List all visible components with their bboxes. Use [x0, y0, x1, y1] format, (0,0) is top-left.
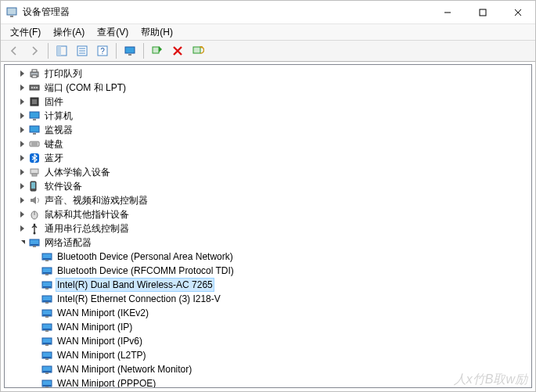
device-item-label: WAN Miniport (Network Monitor)	[56, 362, 193, 376]
device-category[interactable]: 监视器	[5, 123, 531, 137]
svg-rect-28	[33, 119, 36, 120]
network-adapter-icon	[41, 293, 53, 305]
device-item[interactable]: WAN Miniport (L2TP)	[5, 348, 531, 362]
device-tree-container[interactable]: 打印队列端口 (COM 和 LPT)固件计算机监视器键盘蓝牙人体学输入设备软件设…	[4, 64, 532, 388]
menubar: 文件(F) 操作(A) 查看(V) 帮助(H)	[1, 24, 535, 40]
device-category[interactable]: 键盘	[5, 137, 531, 151]
minimize-button[interactable]	[430, 1, 465, 23]
device-item[interactable]: WAN Miniport (PPPOE)	[5, 376, 531, 388]
svg-rect-30	[33, 133, 36, 135]
network-adapter-icon	[41, 279, 53, 291]
svg-rect-54	[45, 288, 49, 290]
expand-closed-icon[interactable]	[16, 207, 28, 221]
network-adapter-icon	[41, 321, 53, 333]
expand-closed-icon[interactable]	[16, 95, 28, 109]
device-category[interactable]: 蓝牙	[5, 151, 531, 165]
expand-closed-icon[interactable]	[16, 179, 28, 193]
app-icon	[5, 6, 18, 19]
device-category-label: 蓝牙	[43, 151, 65, 165]
device-item[interactable]: WAN Miniport (Network Monitor)	[5, 362, 531, 376]
help-button[interactable]: ?	[93, 42, 112, 59]
device-category[interactable]: 声音、视频和游戏控制器	[5, 193, 531, 207]
expand-open-icon[interactable]	[16, 236, 28, 250]
svg-point-22	[31, 87, 33, 88]
expand-closed-icon[interactable]	[16, 165, 28, 179]
svg-rect-45	[33, 246, 36, 247]
back-button[interactable]	[5, 42, 23, 59]
device-item[interactable]: Intel(R) Ethernet Connection (3) I218-V	[5, 292, 531, 306]
scan-button[interactable]	[189, 42, 207, 59]
device-category[interactable]: 固件	[5, 95, 531, 109]
device-item[interactable]: WAN Miniport (IPv6)	[5, 334, 531, 348]
usb-icon	[28, 222, 41, 235]
computer-icon	[28, 110, 41, 122]
module-button[interactable]	[52, 42, 71, 59]
svg-rect-68	[43, 357, 51, 358]
expand-closed-icon[interactable]	[16, 193, 28, 207]
svg-rect-26	[32, 99, 37, 104]
printer-icon	[28, 67, 41, 80]
window-controls	[430, 1, 535, 23]
svg-rect-20	[32, 75, 37, 77]
svg-rect-29	[30, 126, 39, 132]
device-category[interactable]: 打印队列	[5, 67, 531, 81]
device-item[interactable]: Intel(R) Dual Band Wireless-AC 7265	[5, 278, 531, 292]
network-adapter-icon	[41, 335, 53, 347]
svg-rect-35	[31, 169, 38, 174]
device-category-label: 打印队列	[43, 67, 84, 81]
expand-closed-icon[interactable]	[16, 123, 28, 137]
device-tree: 打印队列端口 (COM 和 LPT)固件计算机监视器键盘蓝牙人体学输入设备软件设…	[5, 65, 531, 388]
expand-closed-icon[interactable]	[16, 221, 28, 236]
device-item[interactable]: Bluetooth Device (RFCOMM Protocol TDI)	[5, 264, 531, 278]
device-item[interactable]: Bluetooth Device (Personal Area Network)	[5, 250, 531, 264]
device-item-label: WAN Miniport (IKEv2)	[56, 306, 150, 320]
properties-button[interactable]	[73, 42, 92, 59]
hid-icon	[28, 166, 41, 178]
device-category-label: 通用串行总线控制器	[43, 221, 131, 236]
device-item-label: WAN Miniport (PPPOE)	[56, 376, 157, 388]
enable-button[interactable]	[148, 42, 167, 59]
device-category[interactable]: 网络适配器	[5, 236, 531, 250]
toolbar-separator	[143, 43, 144, 59]
svg-rect-57	[45, 302, 49, 304]
device-category-label: 软件设备	[43, 179, 84, 193]
device-category[interactable]: 软件设备	[5, 179, 531, 193]
sound-icon	[28, 194, 41, 207]
uninstall-button[interactable]	[168, 42, 187, 59]
device-category[interactable]: 端口 (COM 和 LPT)	[5, 81, 531, 95]
svg-rect-65	[43, 343, 51, 344]
monitor-icon	[28, 124, 41, 136]
device-item[interactable]: WAN Miniport (IP)	[5, 320, 531, 334]
device-category-label: 计算机	[43, 109, 74, 123]
device-item-label: WAN Miniport (IPv6)	[56, 334, 144, 348]
menu-help[interactable]: 帮助(H)	[135, 24, 179, 41]
expand-closed-icon[interactable]	[16, 81, 28, 95]
device-item-label: WAN Miniport (IP)	[56, 320, 134, 334]
expand-closed-icon[interactable]	[16, 151, 28, 165]
close-button[interactable]	[500, 1, 535, 23]
svg-rect-71	[43, 371, 51, 372]
menu-action[interactable]: 操作(A)	[47, 24, 91, 41]
device-item[interactable]: WAN Miniport (IKEv2)	[5, 306, 531, 320]
device-item-label: WAN Miniport (L2TP)	[56, 348, 148, 362]
monitor-button[interactable]	[121, 42, 139, 59]
software-icon	[28, 180, 41, 192]
device-category[interactable]: 鼠标和其他指针设备	[5, 207, 531, 221]
svg-rect-63	[45, 330, 49, 332]
svg-rect-17	[193, 47, 200, 53]
device-category[interactable]: 人体学输入设备	[5, 165, 531, 179]
svg-rect-50	[43, 272, 51, 274]
expand-closed-icon[interactable]	[16, 109, 28, 123]
network-adapter-icon	[41, 250, 53, 263]
expand-closed-icon[interactable]	[16, 137, 28, 151]
maximize-button[interactable]	[465, 1, 500, 23]
device-category[interactable]: 通用串行总线控制器	[5, 221, 531, 236]
keyboard-icon	[28, 138, 41, 150]
expand-closed-icon[interactable]	[16, 67, 28, 81]
network-adapter-icon	[41, 363, 53, 376]
device-category[interactable]: 计算机	[5, 109, 531, 123]
menu-file[interactable]: 文件(F)	[4, 24, 47, 41]
device-category-label: 网络适配器	[43, 236, 93, 250]
forward-button[interactable]	[25, 42, 44, 59]
menu-view[interactable]: 查看(V)	[91, 24, 135, 41]
